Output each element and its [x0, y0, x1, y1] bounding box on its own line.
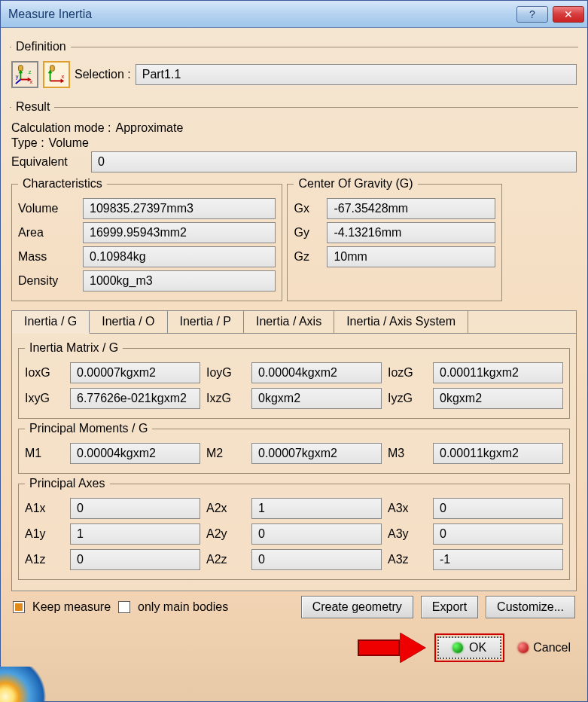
- a3y-field[interactable]: 0: [433, 523, 563, 545]
- characteristics-legend: Characteristics: [18, 177, 107, 191]
- mass-field[interactable]: 0.10984kg: [83, 246, 276, 267]
- mass-value: 0.10984kg: [90, 250, 146, 264]
- a3y-value: 0: [440, 527, 446, 541]
- measure-inertia-2d-button[interactable]: x: [43, 61, 70, 88]
- gx-value: -67.35428mm: [334, 202, 408, 215]
- ok-button[interactable]: OK: [437, 636, 501, 659]
- m2-value: 0.00007kgxm2: [258, 447, 337, 460]
- m2-field[interactable]: 0.00007kgxm2: [251, 443, 382, 464]
- m1-field[interactable]: 0.00004kgxm2: [70, 443, 200, 464]
- action-row: OK Cancel: [10, 629, 578, 664]
- iozg-field[interactable]: 0.00011kgxm2: [433, 362, 563, 383]
- cog-group: Center Of Gravity (G) Gx-67.35428mm Gy-4…: [287, 177, 501, 301]
- iozg-value: 0.00011kgxm2: [440, 366, 519, 380]
- a3x-field[interactable]: 0: [433, 498, 563, 519]
- gz-value: 10mm: [334, 250, 367, 264]
- principal-axes-group: Principal Axes A1x0 A2x1 A3x0 A1y1 A2y0 …: [18, 477, 570, 580]
- create-geometry-button[interactable]: Create geometry: [301, 596, 413, 618]
- tab-body: Inertia Matrix / G IoxG0.00007kgxm2 IoyG…: [12, 334, 576, 591]
- calc-mode-value: Approximate: [116, 121, 184, 135]
- inertia-matrix-group: Inertia Matrix / G IoxG0.00007kgxm2 IoyG…: [18, 341, 570, 419]
- ixzg-field[interactable]: 0kgxm2: [251, 388, 382, 409]
- axis-2d-icon: x: [46, 64, 67, 85]
- export-button[interactable]: Export: [421, 596, 478, 618]
- mass-label: Mass: [18, 250, 77, 264]
- iyzg-value: 0kgxm2: [440, 392, 482, 405]
- gz-label: Gz: [294, 250, 321, 264]
- a3x-value: 0: [440, 502, 446, 515]
- ioxg-field[interactable]: 0.00007kgxm2: [70, 362, 200, 383]
- gy-label: Gy: [294, 226, 321, 240]
- iozg-label: IozG: [388, 366, 427, 380]
- arrow-icon: [358, 634, 425, 661]
- tab-inertia-g[interactable]: Inertia / G: [12, 311, 90, 334]
- gx-field[interactable]: -67.35428mm: [327, 198, 495, 219]
- svg-text:z: z: [29, 69, 32, 75]
- a1z-field[interactable]: 0: [70, 549, 200, 570]
- a2z-label: A2z: [206, 553, 245, 566]
- a3z-field[interactable]: -1: [433, 549, 563, 570]
- svg-rect-9: [50, 66, 55, 71]
- principal-moments-legend: Principal Moments / G: [25, 422, 152, 435]
- type-value: Volume: [49, 136, 89, 150]
- ixyg-field[interactable]: 6.77626e-021kgxm2: [70, 388, 200, 409]
- inertia-tabs: Inertia / G Inertia / O Inertia / P Iner…: [11, 310, 577, 591]
- ioxg-label: IoxG: [25, 366, 64, 380]
- calc-mode-label: Calculation mode :: [11, 121, 111, 135]
- selection-field[interactable]: Part1.1: [136, 64, 577, 85]
- tab-inertia-axis[interactable]: Inertia / Axis: [244, 311, 334, 333]
- ioyg-label: IoyG: [206, 366, 245, 380]
- a1y-label: A1y: [25, 527, 64, 541]
- customize-label: Customize...: [497, 600, 564, 614]
- a1y-field[interactable]: 1: [70, 523, 200, 545]
- only-main-bodies-checkbox[interactable]: [118, 601, 130, 613]
- area-field[interactable]: 16999.95943mm2: [83, 222, 276, 243]
- gz-field[interactable]: 10mm: [327, 246, 495, 267]
- a2y-label: A2y: [206, 527, 245, 541]
- result-group: Result Calculation mode : Approximate Ty…: [10, 100, 578, 626]
- a2z-field[interactable]: 0: [251, 549, 382, 570]
- ixzg-value: 0kgxm2: [258, 392, 300, 405]
- window-title: Measure Inertia: [8, 8, 92, 21]
- volume-label: Volume: [18, 202, 77, 215]
- m3-field[interactable]: 0.00011kgxm2: [433, 443, 563, 464]
- cog-legend: Center Of Gravity (G): [294, 177, 417, 191]
- density-field[interactable]: 1000kg_m3: [83, 270, 276, 291]
- m1-value: 0.00004kgxm2: [77, 447, 156, 460]
- a2x-label: A2x: [206, 502, 245, 515]
- tab-inertia-axis-system[interactable]: Inertia / Axis System: [334, 311, 468, 333]
- tab-inertia-p[interactable]: Inertia / P: [168, 311, 244, 333]
- help-icon: ?: [529, 8, 535, 20]
- help-button[interactable]: ?: [516, 6, 548, 23]
- definition-legend: Definition: [11, 40, 71, 53]
- gy-field[interactable]: -4.13216mm: [327, 222, 495, 243]
- equivalent-value: 0: [98, 155, 105, 169]
- close-button[interactable]: ✕: [553, 6, 584, 23]
- cancel-dot-icon: [518, 642, 529, 653]
- close-icon: ✕: [564, 8, 573, 20]
- ok-dot-icon: [452, 642, 463, 653]
- a1x-field[interactable]: 0: [70, 498, 200, 519]
- a3z-value: -1: [440, 553, 450, 566]
- measure-inertia-3d-button[interactable]: z x y: [11, 61, 38, 88]
- titlebar-buttons: ? ✕: [516, 6, 584, 23]
- keep-measure-label: Keep measure: [32, 600, 111, 614]
- tab-inertia-o[interactable]: Inertia / O: [90, 311, 167, 333]
- characteristics-group: Characteristics Volume109835.27397mm3 Ar…: [11, 177, 282, 301]
- equivalent-field[interactable]: 0: [91, 151, 577, 172]
- selection-value: Part1.1: [142, 68, 181, 81]
- a3x-label: A3x: [388, 502, 427, 515]
- m1-label: M1: [25, 447, 64, 460]
- m3-value: 0.00011kgxm2: [440, 447, 519, 460]
- a2x-field[interactable]: 1: [251, 498, 382, 519]
- iyzg-label: IyzG: [388, 392, 427, 405]
- a2x-value: 1: [258, 502, 265, 515]
- cancel-button[interactable]: Cancel: [513, 636, 575, 659]
- keep-measure-checkbox[interactable]: [13, 601, 25, 613]
- a2y-field[interactable]: 0: [251, 523, 382, 545]
- ioyg-field[interactable]: 0.00004kgxm2: [251, 362, 382, 383]
- customize-button[interactable]: Customize...: [486, 596, 575, 618]
- gy-value: -4.13216mm: [334, 226, 401, 240]
- iyzg-field[interactable]: 0kgxm2: [433, 388, 563, 409]
- volume-field[interactable]: 109835.27397mm3: [83, 198, 276, 219]
